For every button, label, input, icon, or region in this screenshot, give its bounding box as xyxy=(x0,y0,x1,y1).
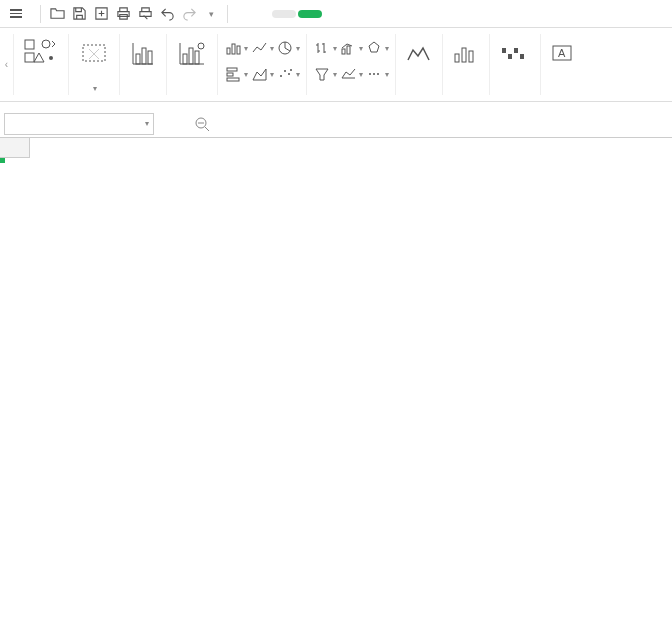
svg-rect-29 xyxy=(462,48,466,62)
formula-bar-icons xyxy=(194,116,218,132)
svg-point-3 xyxy=(49,56,53,60)
svg-point-26 xyxy=(373,73,375,75)
screenshot-icon xyxy=(79,36,109,72)
screenshot-label: ▾ xyxy=(92,81,97,93)
tab-home[interactable] xyxy=(246,10,270,18)
separator xyxy=(40,5,41,23)
svg-rect-2 xyxy=(25,53,34,62)
sparkline-column-icon xyxy=(453,36,479,72)
combo-chart-icon[interactable]: ▾ xyxy=(339,36,363,60)
stock-chart-icon[interactable]: ▾ xyxy=(313,36,337,60)
svg-rect-9 xyxy=(189,48,193,64)
funnel-chart-icon[interactable]: ▾ xyxy=(313,62,337,86)
line-chart-icon[interactable]: ▾ xyxy=(250,36,274,60)
svg-rect-28 xyxy=(455,54,459,62)
column-headers xyxy=(30,138,672,158)
more-charts-icon[interactable]: ▾ xyxy=(365,62,389,86)
collapse-ribbon-icon[interactable]: ‹ xyxy=(0,34,14,95)
svg-rect-7 xyxy=(148,51,152,64)
svg-rect-18 xyxy=(227,78,239,81)
ribbon-group-chart-types: ▾ ▾ ▾ ▾ ▾ ▾ xyxy=(218,34,307,95)
svg-rect-0 xyxy=(25,40,34,49)
svg-rect-8 xyxy=(183,54,187,64)
svg-point-19 xyxy=(280,75,282,77)
share-icon[interactable] xyxy=(93,6,109,22)
customize-qat-icon[interactable]: ▾ xyxy=(203,6,219,22)
svg-point-20 xyxy=(284,70,286,72)
area-chart-icon[interactable]: ▾ xyxy=(250,62,274,86)
pie-chart-icon[interactable]: ▾ xyxy=(276,36,300,60)
name-box-dropdown-icon[interactable]: ▾ xyxy=(145,119,149,128)
svg-rect-5 xyxy=(136,54,140,64)
svg-rect-10 xyxy=(195,51,199,64)
svg-point-1 xyxy=(42,40,50,48)
sparkline-line-icon xyxy=(406,36,432,72)
radar-chart-icon[interactable]: ▾ xyxy=(365,36,389,60)
separator xyxy=(227,5,228,23)
svg-rect-23 xyxy=(342,49,345,54)
ribbon-group-screenshot[interactable]: ▾ xyxy=(69,34,120,95)
hamburger-icon xyxy=(10,9,22,18)
ribbon-group-sparkline-column[interactable] xyxy=(443,34,490,95)
svg-rect-34 xyxy=(520,54,524,59)
active-cell-indicator xyxy=(0,158,4,162)
ribbon-group-icon-library[interactable] xyxy=(14,34,69,95)
svg-point-25 xyxy=(369,73,371,75)
name-box[interactable]: ▾ xyxy=(4,113,154,135)
svg-point-27 xyxy=(377,73,379,75)
tab-data[interactable] xyxy=(376,10,400,18)
svg-text:A: A xyxy=(558,47,566,59)
formula-bar: ▾ xyxy=(0,110,672,138)
svg-rect-32 xyxy=(508,54,512,59)
ribbon-group-sparkline-winloss[interactable] xyxy=(490,34,541,95)
svg-rect-16 xyxy=(227,68,237,71)
ribbon-group-sparkline-line[interactable] xyxy=(396,34,443,95)
print-icon[interactable] xyxy=(115,6,131,22)
formula-input[interactable] xyxy=(224,113,672,135)
hbar-chart-icon[interactable]: ▾ xyxy=(224,62,248,86)
tab-formulas[interactable] xyxy=(350,10,374,18)
ribbon-group-textbox[interactable]: A xyxy=(541,34,585,95)
select-all-corner[interactable] xyxy=(0,138,30,158)
chart-icon xyxy=(130,36,156,72)
menu-button[interactable] xyxy=(4,7,32,20)
bar-chart-icon[interactable]: ▾ xyxy=(224,36,248,60)
sparkline-winloss-icon xyxy=(500,36,530,72)
fill-handle[interactable] xyxy=(0,158,5,163)
surface-chart-icon[interactable]: ▾ xyxy=(339,62,363,86)
svg-rect-13 xyxy=(232,44,235,54)
undo-icon[interactable] xyxy=(159,6,175,22)
svg-rect-31 xyxy=(502,48,506,53)
svg-rect-30 xyxy=(469,51,473,62)
svg-point-22 xyxy=(290,69,292,71)
svg-rect-12 xyxy=(227,48,230,54)
svg-point-11 xyxy=(198,43,204,49)
tab-page-layout[interactable] xyxy=(324,10,348,18)
print-preview-icon[interactable] xyxy=(137,6,153,22)
svg-rect-17 xyxy=(227,73,233,76)
ribbon-group-chart-library[interactable] xyxy=(167,34,218,95)
svg-rect-14 xyxy=(237,46,240,54)
menubar: ▾ xyxy=(0,0,672,28)
ribbon-tabs xyxy=(246,10,400,18)
zoom-out-icon[interactable] xyxy=(194,116,210,132)
svg-rect-6 xyxy=(142,48,146,64)
svg-rect-33 xyxy=(514,48,518,53)
svg-rect-4 xyxy=(83,45,105,61)
ribbon-group-chart[interactable] xyxy=(120,34,167,95)
tab-insert[interactable] xyxy=(298,10,322,18)
ribbon-group-chart-types2: ▾ ▾ ▾ ▾ ▾ ▾ xyxy=(307,34,396,95)
quick-access-toolbar: ▾ xyxy=(49,6,219,22)
svg-rect-24 xyxy=(347,46,350,54)
open-icon[interactable] xyxy=(49,6,65,22)
chart-library-icon xyxy=(177,36,207,72)
scatter-chart-icon[interactable]: ▾ xyxy=(276,62,300,86)
tab-developer[interactable] xyxy=(272,10,296,18)
ribbon: ‹ ▾ ▾ ▾ ▾ ▾ ▾ ▾ ▾ xyxy=(0,28,672,102)
spreadsheet-grid xyxy=(0,138,672,158)
icon-library-icon xyxy=(24,36,58,72)
save-icon[interactable] xyxy=(71,6,87,22)
svg-point-21 xyxy=(288,73,290,75)
redo-icon[interactable] xyxy=(181,6,197,22)
textbox-icon: A xyxy=(551,36,575,72)
